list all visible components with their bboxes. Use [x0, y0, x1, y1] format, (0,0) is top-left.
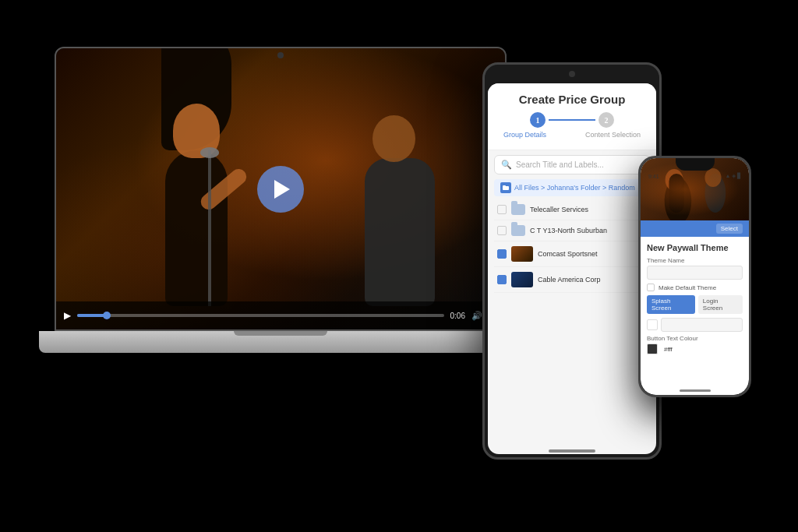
guitarist-silhouette	[349, 104, 458, 306]
file-list: Telecaller Services C T Y13-North Suburb…	[488, 196, 656, 296]
step-2-label: Content Selection	[585, 131, 641, 139]
laptop-notch	[234, 331, 327, 336]
play-button[interactable]	[257, 166, 304, 213]
video-controls[interactable]: ▶ 0:06 🔊 ⛶	[56, 301, 505, 329]
phone-theme-name-input[interactable]	[647, 266, 743, 280]
file-label-4: Cable America Corp	[538, 276, 647, 284]
file-checkbox-4[interactable]	[497, 275, 507, 284]
guitarist-body	[365, 158, 435, 306]
phone-home-indicator	[680, 389, 711, 392]
phone-button-colour-field[interactable]	[647, 318, 743, 332]
volume-icon[interactable]: 🔊	[471, 311, 482, 321]
file-thumbnail-3	[511, 246, 533, 262]
phone-status-bar: 9:41 ▲ ◈ ▊	[641, 171, 749, 181]
folder-icon-2	[511, 225, 525, 236]
step-connector	[549, 119, 595, 121]
phone-tabs: Splash Screen Login Screen	[647, 295, 743, 314]
phone-tab-splash[interactable]: Splash Screen	[647, 295, 695, 314]
laptop-screen: ▶ 0:06 🔊 ⛶	[55, 47, 507, 331]
microphone-stand	[208, 150, 211, 306]
file-checkbox-1[interactable]	[497, 205, 507, 214]
phone-time: 9:41	[648, 174, 659, 179]
phone-status-icons: ▲ ◈ ▊	[726, 173, 741, 179]
svg-rect-1	[503, 185, 506, 187]
file-row-2[interactable]: C T Y13-North Suburban	[494, 220, 650, 241]
step-1-circle: 1	[530, 112, 546, 128]
phone-form: New Paywall Theme Theme Name Make Defaul…	[641, 237, 749, 361]
phone-text-colour-value: #fff	[664, 346, 673, 353]
phone-device: 9:41 ▲ ◈ ▊ Select New Paywall	[638, 156, 751, 397]
phone-screen: 9:41 ▲ ◈ ▊ Select New Paywall	[641, 158, 749, 395]
tablet-search-box[interactable]: 🔍 Search Title and Labels...	[494, 155, 650, 174]
laptop-device: ▶ 0:06 🔊 ⛶	[39, 47, 522, 382]
search-icon: 🔍	[501, 160, 512, 170]
phone-colour-swatch[interactable]	[647, 319, 658, 330]
phone-tab-login[interactable]: Login Screen	[698, 295, 743, 314]
phone-default-label: Make Default Theme	[659, 284, 716, 291]
phone-default-theme-row[interactable]: Make Default Theme	[647, 284, 743, 291]
file-row-4[interactable]: Cable America Corp	[494, 267, 650, 293]
file-row-3[interactable]: Comcast Sportsnet	[494, 241, 650, 267]
step-1-label: Group Details	[503, 131, 546, 139]
phone-action-bar: Select	[641, 220, 749, 237]
folder-icon-1	[511, 204, 525, 215]
breadcrumb-text: All Files > Johanna's Folder > Random	[514, 184, 635, 192]
singer-silhouette	[150, 88, 274, 306]
tablet-title: Create Price Group	[496, 93, 648, 106]
phone-text-colour-swatch[interactable]	[647, 344, 658, 354]
play-pause-icon[interactable]: ▶	[64, 310, 71, 322]
tablet-device: Create Price Group 1 2 Group Details Con…	[482, 62, 662, 460]
file-checkbox-2[interactable]	[497, 226, 507, 235]
phone-button-text-colour-field[interactable]: #fff	[647, 344, 743, 354]
play-icon	[274, 180, 290, 199]
time-display: 0:06	[450, 312, 465, 320]
breadcrumb-folder-icon	[500, 182, 511, 193]
file-label-1: Telecaller Services	[530, 206, 647, 213]
file-checkbox-3[interactable]	[497, 249, 507, 259]
step-indicator: 1 2	[496, 106, 648, 131]
progress-dot	[103, 312, 111, 319]
file-row-1[interactable]: Telecaller Services	[494, 199, 650, 220]
guitarist-head	[373, 115, 415, 162]
phone-default-checkbox[interactable]	[647, 284, 655, 291]
phone-form-title: New Paywall Theme	[647, 243, 743, 252]
breadcrumb[interactable]: All Files > Johanna's Folder > Random	[494, 179, 650, 196]
progress-bar[interactable]	[77, 314, 444, 317]
tablet-screen: Create Price Group 1 2 Group Details Con…	[488, 83, 656, 454]
file-label-2: C T Y13-North Suburban	[530, 227, 647, 234]
tablet-camera	[569, 71, 575, 77]
file-thumbnail-4	[511, 272, 533, 287]
file-label-3: Comcast Sportsnet	[538, 250, 647, 258]
phone-notch	[676, 158, 715, 171]
main-scene: ▶ 0:06 🔊 ⛶ Create Price Group	[0, 0, 798, 532]
search-placeholder: Search Title and Labels...	[516, 160, 604, 169]
phone-select-button[interactable]: Select	[716, 224, 743, 234]
laptop-base	[39, 331, 522, 353]
phone-button-text-colour-label: Button Text Colour	[647, 335, 743, 342]
step-2-circle: 2	[598, 112, 614, 128]
phone-theme-name-label: Theme Name	[647, 257, 743, 264]
tablet-home-indicator	[549, 449, 595, 453]
tablet-header: Create Price Group 1 2 Group Details Con…	[488, 83, 656, 150]
step-labels: Group Details Content Selection	[496, 131, 648, 143]
singer-body	[165, 150, 228, 306]
laptop-camera	[277, 52, 284, 58]
microphone-head	[200, 147, 219, 158]
phone-colour-input[interactable]	[661, 318, 743, 332]
video-player[interactable]: ▶ 0:06 🔊 ⛶	[56, 48, 505, 329]
